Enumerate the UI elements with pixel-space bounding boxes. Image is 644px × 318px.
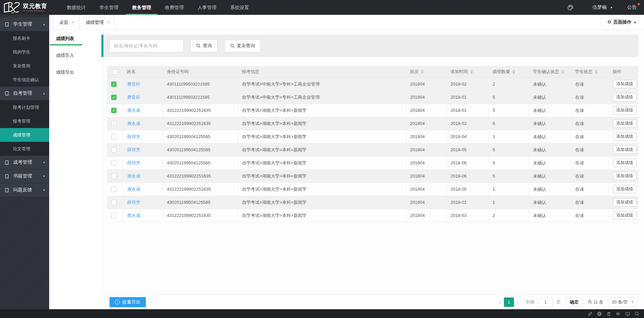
student-name-link[interactable]: 薛琪芳	[127, 160, 140, 165]
select-all-checkbox[interactable]	[112, 69, 118, 74]
close-icon[interactable]: ×	[72, 20, 74, 25]
sidebar-item[interactable]: 报考管理	[0, 114, 49, 128]
column-header[interactable]: 批次	[406, 66, 446, 77]
column-header[interactable]: 添加时间	[446, 66, 488, 77]
page-number-button[interactable]: 1	[504, 297, 514, 307]
topnav-item[interactable]: 数据统计	[60, 0, 93, 15]
query-button[interactable]: 查询	[190, 39, 218, 52]
tab-active[interactable]: 成绩管理×	[79, 15, 115, 29]
zoom-icon[interactable]	[633, 311, 641, 317]
theme-palette-icon[interactable]	[567, 4, 574, 11]
topnav-item[interactable]: 收费管理	[158, 0, 191, 15]
sidebar-group-header[interactable]: 成考管理▼	[0, 156, 49, 169]
add-score-button[interactable]: 添加成绩	[613, 119, 637, 128]
student-status-cell: 在读	[571, 183, 609, 196]
sort-icon[interactable]	[512, 70, 515, 74]
add-score-button[interactable]: 添加成绩	[613, 185, 637, 193]
tab-inactive[interactable]: 桌面×	[53, 15, 79, 29]
notice-button[interactable]: 公告	[627, 4, 639, 10]
sidebar-item[interactable]: 论文管理	[0, 142, 49, 156]
add-score-button[interactable]: 添加成绩	[613, 132, 637, 141]
batch-cell: 201804	[406, 104, 446, 117]
add-score-button[interactable]: 添加成绩	[613, 198, 637, 206]
student-name-link[interactable]: 薛琪芳	[127, 147, 140, 152]
globe-icon[interactable]	[595, 311, 603, 317]
page-size-select[interactable]: 20 条/页 ▼	[608, 297, 638, 307]
sidebar-item[interactable]: 报考计划管理	[0, 100, 49, 114]
student-name-link[interactable]: 龚永成	[127, 187, 140, 192]
document-pen-icon	[5, 160, 10, 165]
topnav-item[interactable]: 学生管理	[93, 0, 125, 15]
row-checkbox[interactable]	[111, 187, 117, 192]
submenu-item[interactable]: 成绩导入	[49, 47, 101, 64]
topnav-item[interactable]: 教务管理	[125, 0, 158, 15]
sidebar-item[interactable]: 成绩管理	[0, 128, 49, 142]
add-score-button[interactable]: 添加成绩	[613, 106, 637, 115]
sort-icon[interactable]	[595, 70, 598, 74]
row-checkbox[interactable]	[111, 82, 117, 87]
column-header[interactable]: 成绩数量	[488, 66, 529, 77]
sidebar-item[interactable]: 学生信息确认	[0, 73, 49, 87]
row-checkbox[interactable]	[111, 147, 117, 153]
row-checkbox[interactable]	[111, 173, 117, 179]
student-name-link[interactable]: 薛琪芳	[127, 134, 140, 139]
add-score-button[interactable]: 添加成绩	[613, 146, 637, 154]
topnav-item[interactable]: 系统设置	[223, 0, 256, 15]
complex-query-button[interactable]: 复杂查询	[224, 39, 261, 52]
sort-icon[interactable]	[421, 70, 424, 74]
user-menu[interactable]: 伍梦楠 ▼	[592, 4, 613, 10]
topnav-item[interactable]: 人事管理	[191, 0, 223, 15]
confirm-page-button[interactable]: 确定	[566, 297, 583, 307]
row-checkbox[interactable]	[111, 121, 117, 126]
add-score-button[interactable]: 添加成绩	[613, 172, 637, 180]
batch-export-button[interactable]: ↓ 批量导出	[109, 297, 146, 307]
prev-page-button[interactable]: ‹	[496, 298, 504, 307]
student-name-link[interactable]: 薛琪芳	[127, 200, 140, 205]
sidebar-item[interactable]: 复杂查询	[0, 59, 49, 73]
student-name-link[interactable]: 龚永成	[127, 173, 140, 179]
student-status-cell: 在读	[571, 143, 609, 156]
student-name-link[interactable]: 龚永成	[127, 121, 140, 126]
sidebar-item[interactable]: 报名刷卡	[0, 31, 49, 45]
volume-icon[interactable]	[614, 311, 622, 317]
sort-icon[interactable]	[470, 70, 473, 74]
student-name-link[interactable]: 萧亚轩	[127, 95, 140, 100]
add-score-button[interactable]: 添加成绩	[613, 93, 637, 101]
sidebar-group-header[interactable]: 问题反馈▼	[0, 183, 49, 197]
display-icon[interactable]	[624, 311, 631, 317]
next-page-button[interactable]: ›	[514, 298, 521, 307]
column-header[interactable]: 学生状态	[571, 66, 609, 77]
enroll-info-cell: 自学考试>湖南大学>本科>新闻学	[238, 196, 406, 209]
row-checkbox[interactable]	[111, 200, 117, 205]
sidebar-group-header[interactable]: 书籍管理▼	[0, 169, 49, 183]
batch-cell: 201804	[406, 183, 446, 196]
row-checkbox[interactable]	[111, 160, 117, 166]
student-name-link[interactable]: 龚永成	[127, 108, 140, 113]
sidebar-item[interactable]: 我的学生	[0, 45, 49, 59]
page-actions-button[interactable]: ⚙页面操作▼	[600, 15, 644, 29]
row-checkbox[interactable]	[111, 108, 117, 113]
add-score-button[interactable]: 添加成绩	[613, 80, 637, 88]
search-input[interactable]	[109, 39, 184, 52]
row-checkbox[interactable]	[111, 213, 117, 218]
add-score-button[interactable]: 添加成绩	[613, 211, 637, 220]
id-number-cell: 431222199902251635	[163, 104, 238, 117]
trash-icon[interactable]	[605, 311, 612, 317]
sidebar-group-header[interactable]: 学生管理▲	[0, 18, 49, 31]
sort-icon[interactable]	[561, 70, 564, 74]
added-time-cell: 2018-04	[446, 130, 488, 143]
student-name-link[interactable]: 萧亚轩	[127, 82, 140, 87]
brand-name: 双元教育 SY Vocational Education	[23, 3, 47, 12]
content-area: 查询 复杂查询 姓名身份证号码报考信息批次添加	[101, 30, 644, 309]
submenu-item[interactable]: 成绩列表	[49, 30, 101, 47]
student-name-link[interactable]: 龚永成	[127, 213, 140, 218]
column-header[interactable]: 学生确认状态	[529, 66, 571, 77]
sidebar-group-header[interactable]: 自考管理▲	[0, 87, 49, 100]
row-checkbox[interactable]	[111, 95, 117, 100]
pen-icon[interactable]	[586, 311, 593, 317]
row-checkbox[interactable]	[111, 134, 117, 139]
close-icon[interactable]: ×	[107, 20, 110, 25]
submenu-item[interactable]: 成绩导出	[49, 64, 101, 81]
goto-page-input[interactable]	[538, 297, 553, 307]
add-score-button[interactable]: 添加成绩	[613, 159, 637, 167]
